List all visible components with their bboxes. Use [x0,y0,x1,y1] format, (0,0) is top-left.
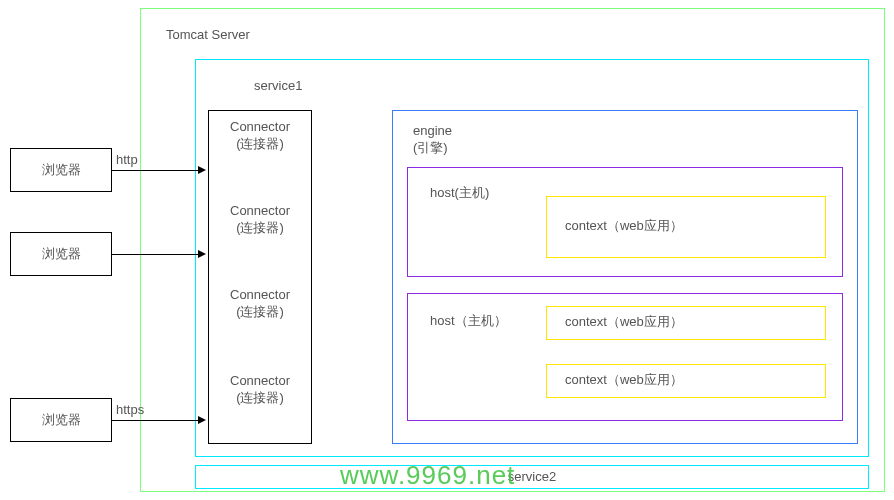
arrow-1-head-icon [198,166,206,174]
connector-2-title: Connector [230,203,290,218]
engine-title: engine [413,123,452,138]
connector-3-title: Connector [230,287,290,302]
engine-subtitle: (引擎) [413,140,452,157]
connector-3: Connector (连接器) [209,287,311,321]
edge-1-label: http [116,152,138,167]
context-1-box: context（web应用） [546,196,826,258]
arrow-1-line [112,170,198,171]
service1-title: service1 [254,78,302,93]
service1-box: service1 Connector (连接器) Connector (连接器)… [195,59,869,457]
connector-4: Connector (连接器) [209,373,311,407]
connector-1-title: Connector [230,119,290,134]
arrow-2-line [112,254,198,255]
host-1-box: host(主机) context（web应用） [407,167,843,277]
server-title: Tomcat Server [166,27,250,42]
connector-4-subtitle: (连接器) [209,390,311,407]
engine-title-group: engine (引擎) [413,123,452,157]
context-3-title: context（web应用） [565,372,683,387]
connector-3-subtitle: (连接器) [209,304,311,321]
service2-box: service2 [195,465,869,489]
browser-1: 浏览器 [10,148,112,192]
service2-title: service2 [508,469,556,484]
connector-2-subtitle: (连接器) [209,220,311,237]
context-3-box: context（web应用） [546,364,826,398]
browser-3: 浏览器 [10,398,112,442]
server-box: Tomcat Server service1 Connector (连接器) C… [140,8,885,492]
context-2-box: context（web应用） [546,306,826,340]
arrow-3-line [112,420,198,421]
edge-3-label: https [116,402,144,417]
context-1-title: context（web应用） [565,218,683,233]
browser-1-label: 浏览器 [42,162,81,177]
host-2-box: host（主机） context（web应用） context（web应用） [407,293,843,421]
connector-4-title: Connector [230,373,290,388]
engine-box: engine (引擎) host(主机) context（web应用） host… [392,110,858,444]
connectors-box: Connector (连接器) Connector (连接器) Connecto… [208,110,312,444]
host-2-title: host（主机） [430,312,507,330]
connector-1: Connector (连接器) [209,119,311,153]
browser-2: 浏览器 [10,232,112,276]
connector-1-subtitle: (连接器) [209,136,311,153]
arrow-2-head-icon [198,250,206,258]
browser-3-label: 浏览器 [42,412,81,427]
context-2-title: context（web应用） [565,314,683,329]
connector-2: Connector (连接器) [209,203,311,237]
host-1-title: host(主机) [430,184,489,202]
arrow-3-head-icon [198,416,206,424]
browser-2-label: 浏览器 [42,246,81,261]
